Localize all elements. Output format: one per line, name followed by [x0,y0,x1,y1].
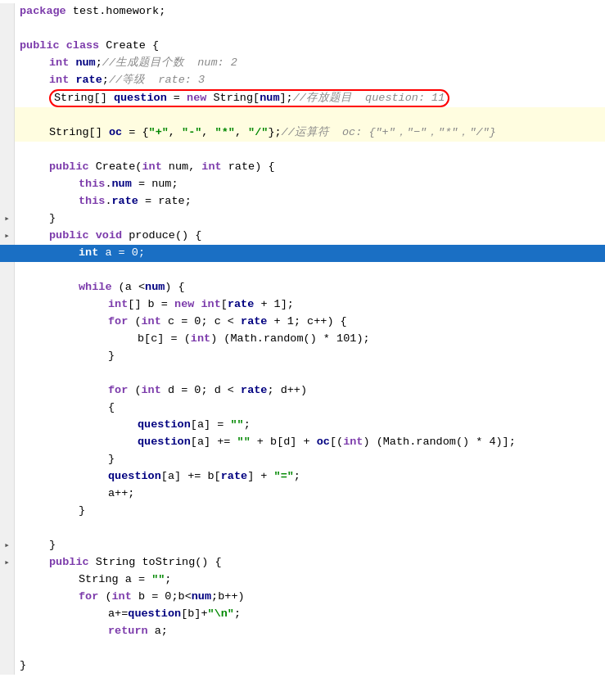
code-line: String a = ""; [0,571,605,589]
code-line [0,520,605,537]
code-editor: package test.homework; public class Crea… [0,0,605,700]
code-text: a+=question[b]+"\n"; [15,606,605,623]
code-text: a++; [15,485,605,503]
gutter [0,434,15,451]
code-text [15,107,605,124]
code-line [0,640,605,657]
code-line: String[] question = new String[num];//存放… [0,89,605,107]
code-line: public class Create { [0,38,605,55]
code-text: question[a] = ""; [15,417,605,434]
code-text: this.rate = rate; [15,193,605,210]
code-text: int[] b = new int[rate + 1]; [15,296,605,314]
code-line: int num;//生成题目个数 num: 2 [0,55,605,72]
code-text: public Create(int num, int rate) { [15,159,605,176]
code-line: a+=question[b]+"\n"; [0,606,605,623]
code-line [0,20,605,38]
code-line: } [0,451,605,468]
code-text: String a = ""; [15,571,605,589]
code-line: b[c] = (int) (Math.random() * 101); [0,331,605,348]
code-line: ▸ public String toString() { [0,554,605,571]
code-text [15,20,605,38]
gutter [0,107,15,124]
code-text: } [15,657,605,675]
code-line: for (int c = 0; c < rate + 1; c++) { [0,314,605,331]
gutter [0,142,15,159]
code-text: for (int b = 0;b<num;b++) [15,589,605,606]
code-text: question[a] += b[rate] + "="; [15,468,605,485]
code-line-highlighted: int a = 0; [0,245,605,262]
code-line: ▸ } [0,210,605,228]
gutter [0,331,15,348]
gutter [0,193,15,210]
gutter: ▸ [0,210,15,228]
code-line: } [0,348,605,365]
gutter [0,55,15,72]
code-line: question[a] += b[rate] + "="; [0,468,605,485]
gutter [0,262,15,279]
gutter [0,159,15,176]
gutter [0,417,15,434]
gutter [0,485,15,503]
code-line [0,262,605,279]
gutter [0,20,15,38]
gutter [0,365,15,382]
code-text [15,520,605,537]
code-line: package test.homework; [0,3,605,20]
gutter [0,503,15,520]
gutter [0,348,15,365]
code-text: for (int c = 0; c < rate + 1; c++) { [15,314,605,331]
gutter [0,520,15,537]
gutter [0,314,15,331]
code-text [15,365,605,382]
code-line: { [0,400,605,417]
code-line: int[] b = new int[rate + 1]; [0,296,605,314]
code-line: ▸ } [0,537,605,554]
gutter [0,640,15,657]
gutter [0,89,15,107]
gutter [0,176,15,193]
gutter [0,571,15,589]
code-text: public String toString() { [15,554,605,571]
gutter: ▸ [0,228,15,245]
code-text: } [15,210,605,228]
code-text: } [15,503,605,520]
code-line: question[a] += "" + b[d] + oc[(int) (Mat… [0,434,605,451]
gutter [0,245,15,262]
code-line [0,142,605,159]
code-line: String[] oc = {"+", "-", "*", "/"};//运算符… [0,124,605,142]
gutter [0,468,15,485]
code-text: int rate;//等级 rate: 3 [15,72,605,89]
gutter [0,606,15,623]
code-line [0,107,605,124]
code-line: int rate;//等级 rate: 3 [0,72,605,89]
code-text: for (int d = 0; d < rate; d++) [15,382,605,400]
gutter [0,38,15,55]
code-text [15,262,605,279]
code-line: return a; [0,623,605,640]
gutter: ▸ [0,537,15,554]
code-text: while (a <num) { [15,279,605,296]
code-text: return a; [15,623,605,640]
code-text: String[] question = new String[num];//存放… [15,89,605,107]
code-line: for (int d = 0; d < rate; d++) [0,382,605,400]
code-text: public class Create { [15,38,605,55]
gutter: ▸ [0,554,15,571]
gutter [0,72,15,89]
code-line: } [0,657,605,675]
code-line: } [0,503,605,520]
code-text: int a = 0; [15,245,605,262]
gutter [0,279,15,296]
code-text: } [15,348,605,365]
code-text: public void produce() { [15,228,605,245]
gutter [0,296,15,314]
code-text: b[c] = (int) (Math.random() * 101); [15,331,605,348]
code-text: { [15,400,605,417]
code-text [15,640,605,657]
code-text: int num;//生成题目个数 num: 2 [15,55,605,72]
gutter [0,623,15,640]
code-text: question[a] += "" + b[d] + oc[(int) (Mat… [15,434,605,451]
gutter [0,124,15,142]
gutter [0,400,15,417]
code-text: String[] oc = {"+", "-", "*", "/"};//运算符… [15,124,605,142]
code-text: this.num = num; [15,176,605,193]
